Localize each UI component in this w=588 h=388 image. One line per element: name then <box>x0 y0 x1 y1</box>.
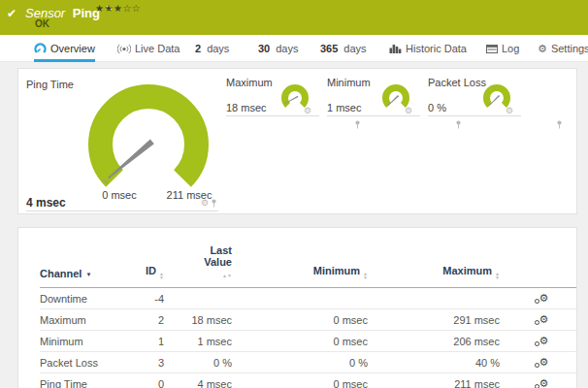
stars-empty: ☆☆ <box>122 3 141 14</box>
pin-icon[interactable] <box>557 120 562 129</box>
small-gauge-actions: ⚙ <box>304 107 311 115</box>
chevron-down-icon: ▼ <box>85 272 91 277</box>
table-header-row: Channel▼ ID▲▼ LastValue▲▼ Minimum▲▼ Maxi… <box>40 228 576 288</box>
small-gauge-value: 18 msec <box>226 102 267 113</box>
channel-minimum: 0 msec <box>244 309 379 331</box>
small-gauge-value: 1 msec <box>327 102 361 113</box>
channel-settings-gear-icon[interactable]: ⚙ <box>539 377 549 388</box>
channel-name: Downtime <box>40 288 137 309</box>
sort-icon: ▲▼ <box>179 268 232 279</box>
tab-365-days-label: days <box>343 43 366 54</box>
tab-historic-data[interactable]: Historic Data <box>389 35 467 62</box>
column-header-last-value[interactable]: LastValue▲▼ <box>176 228 244 288</box>
small-gauge-title: Minimum <box>327 77 371 88</box>
channel-id: -4 <box>137 288 176 309</box>
channel-settings-gear-icon[interactable]: ⚙ <box>304 107 311 115</box>
small-gauge-actions: ⚙ <box>506 107 513 115</box>
table-row: Minimum 1 1 msec 0 msec 206 msec ⚙ <box>40 331 576 352</box>
channel-id: 1 <box>137 331 176 352</box>
pin-icon[interactable] <box>212 199 216 208</box>
column-header-minimum[interactable]: Minimum▲▼ <box>244 228 379 288</box>
channel-maximum: 291 msec <box>379 309 511 331</box>
column-header-last-value-label: LastValue▲▼ <box>176 244 232 279</box>
tab-2-days[interactable]: 2 days <box>195 35 229 62</box>
tab-365-days-number: 365 <box>320 43 338 54</box>
channel-minimum <box>244 288 379 309</box>
channel-name: Minimum <box>40 331 137 352</box>
sensor-status-banner: ✔ Sensor Ping ⚑ ★★★☆☆ OK <box>0 0 588 35</box>
table-row: Ping Time 0 4 msec 0 msec 211 msec ⚙ <box>40 373 576 388</box>
table-row: Downtime -4 ⚙ <box>40 288 576 309</box>
gauge-min-label: 0 msec <box>90 189 148 201</box>
tab-log[interactable]: Log <box>486 35 519 62</box>
sensor-status-text: OK <box>35 18 49 29</box>
small-gauge-minimum: Minimum 1 msec ⚙ <box>327 69 420 116</box>
tab-30-days-label: days <box>276 43 298 54</box>
tab-2-days-label: days <box>207 43 229 54</box>
channel-name: Maximum <box>40 309 137 331</box>
tab-live-data[interactable]: Live Data <box>117 35 180 62</box>
pin-icon[interactable] <box>355 120 360 129</box>
channel-minimum: 0 msec <box>244 331 379 352</box>
channel-last-value: 4 msec <box>176 373 244 388</box>
channel-settings-gear-icon[interactable]: ⚙ <box>539 313 549 326</box>
channel-settings-gear-icon[interactable]: ⚙ <box>539 292 549 305</box>
priority-stars[interactable]: ★★★☆☆ <box>95 3 141 14</box>
pin-icon[interactable] <box>456 120 461 129</box>
column-header-channel[interactable]: Channel▼ <box>40 228 137 288</box>
tab-30-days-number: 30 <box>258 43 270 54</box>
bar-chart-icon <box>389 44 402 53</box>
status-ok-check-icon: ✔ <box>7 7 16 20</box>
column-header-minimum-label: Minimum <box>313 265 360 276</box>
channels-panel: Channel▼ ID▲▼ LastValue▲▼ Minimum▲▼ Maxi… <box>17 227 577 388</box>
gauge-percent-marker: % <box>102 178 108 185</box>
prtg-sensor-page: { "banner": { "kind_label": "Sensor", "n… <box>0 0 588 388</box>
channel-last-value: 1 msec <box>176 331 244 352</box>
table-row: Packet Loss 3 0 % 0 % 40 % ⚙ <box>40 352 576 373</box>
channel-maximum: 40 % <box>379 352 511 373</box>
tab-30-days[interactable]: 30 days <box>258 35 299 62</box>
column-header-maximum-label: Maximum <box>442 265 492 276</box>
tab-settings-label: Settings <box>551 43 588 54</box>
channel-last-value: 0 % <box>176 352 244 373</box>
channel-settings-gear-icon[interactable]: ⚙ <box>539 356 549 369</box>
table-row: Maximum 2 18 msec 0 msec 291 msec ⚙ <box>40 309 576 331</box>
channel-last-value: 18 msec <box>176 309 244 331</box>
tab-settings[interactable]: ⚙ Settings <box>538 35 588 62</box>
channel-id: 0 <box>137 373 176 388</box>
column-header-channel-label: Channel <box>40 268 82 279</box>
channel-settings-gear-icon[interactable]: ⚙ <box>539 335 549 347</box>
main-gauge-actions: ⚙ <box>201 199 216 208</box>
column-header-id-label: ID <box>146 265 156 276</box>
small-gauge-title: Packet Loss <box>428 77 486 88</box>
log-list-icon <box>486 45 498 53</box>
channels-table: Channel▼ ID▲▼ LastValue▲▼ Minimum▲▼ Maxi… <box>40 228 576 388</box>
small-gauge-value: 0 % <box>428 102 446 113</box>
tab-historic-data-label: Historic Data <box>406 43 467 54</box>
channel-settings-gear-icon[interactable]: ⚙ <box>506 107 513 115</box>
channel-maximum <box>379 288 511 309</box>
channel-maximum: 211 msec <box>379 373 511 388</box>
channel-name: Packet Loss <box>40 352 137 373</box>
tab-2-days-number: 2 <box>195 43 201 54</box>
channel-settings-gear-icon[interactable]: ⚙ <box>405 107 412 115</box>
tab-log-label: Log <box>502 43 519 54</box>
main-gauge-value: 4 msec <box>26 196 66 210</box>
small-gauge-maximum: Maximum 18 msec ⚙ <box>226 69 319 116</box>
sort-icon: ▲▼ <box>363 272 368 279</box>
channel-minimum: 0 msec <box>244 373 379 388</box>
sort-icon: ▲▼ <box>159 272 164 279</box>
tab-365-days[interactable]: 365 days <box>320 35 367 62</box>
column-header-id[interactable]: ID▲▼ <box>137 228 176 288</box>
small-gauge-actions: ⚙ <box>405 107 412 115</box>
channel-last-value <box>176 288 244 309</box>
channel-settings-gear-icon[interactable]: ⚙ <box>201 199 209 208</box>
column-header-maximum[interactable]: Maximum▲▼ <box>379 228 511 288</box>
channel-name: Ping Time <box>40 373 137 388</box>
divider <box>26 210 218 211</box>
tab-bar: Overview Live Data 2 days 30 days 365 da… <box>0 35 588 62</box>
tab-overview[interactable]: Overview <box>34 35 95 62</box>
small-gauge-packet-loss: Packet Loss 0 % ⚙ <box>428 69 521 116</box>
stars-filled: ★★★ <box>95 3 122 14</box>
sort-icon: ▲▼ <box>495 272 500 279</box>
